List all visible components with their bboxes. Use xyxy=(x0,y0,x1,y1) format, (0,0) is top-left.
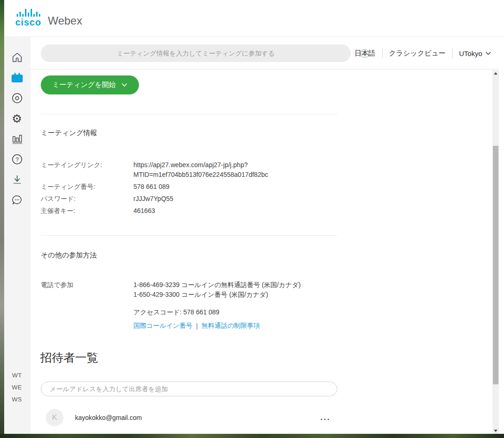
sidebar: ⚙ ? xyxy=(4,37,30,434)
bar-chart-icon xyxy=(11,133,23,145)
sidebar-item-insights[interactable] xyxy=(7,129,27,149)
host-key-label: 主催者キー: xyxy=(41,206,133,216)
classic-view-link[interactable]: クラシックビュー xyxy=(389,49,446,58)
webex-logo: cisco Webex xyxy=(15,7,82,27)
main-area: i 日本語 クラシックビュー UTokyo ミーティングを開始 ミーティング情報… xyxy=(30,37,498,434)
chevron-down-icon xyxy=(485,51,491,55)
invitee-email: kayokokko@gmail.com xyxy=(75,414,142,421)
meeting-link-label: ミーテイングリンク: xyxy=(41,160,133,180)
join-meeting-search-input[interactable] xyxy=(41,44,351,62)
password-value: rJJJw7YpQ55 xyxy=(133,194,268,204)
download-icon xyxy=(11,174,23,186)
topbar: i 日本語 クラシックビュー UTokyo xyxy=(30,37,498,69)
sidebar-item-feedback[interactable] xyxy=(7,190,27,210)
start-meeting-label: ミーティングを開始 xyxy=(52,81,116,89)
link-separator: | xyxy=(196,322,198,330)
tollfree-restrictions-link[interactable]: 無料通話の制限事項 xyxy=(202,322,260,330)
sidebar-item-downloads[interactable] xyxy=(7,169,27,190)
invitee-list-title: 招待者一覧 xyxy=(40,350,98,365)
invitee-list-item: K kayokokko@gmail.com ... xyxy=(41,407,337,429)
other-methods-title: その他の参加方法 xyxy=(41,251,97,260)
meeting-page-content: ミーティングを開始 ミーティング情報 ミーテイングリンク: https://ap… xyxy=(30,69,498,434)
sidebar-item-meetings[interactable] xyxy=(7,68,27,88)
meeting-info-title: ミーティング情報 xyxy=(41,129,97,138)
section-divider xyxy=(41,235,337,236)
svg-text:?: ? xyxy=(15,156,19,163)
password-label: パスワード: xyxy=(41,194,133,204)
topbar-divider xyxy=(452,48,453,58)
gear-icon: ⚙ xyxy=(12,113,22,125)
sidebar-footer-labels: WT WE WS xyxy=(4,369,30,406)
scrollbar-down-arrow[interactable] xyxy=(492,427,499,434)
add-attendee-input[interactable] xyxy=(41,382,337,396)
join-by-phone-label: 電話で参加 xyxy=(41,280,133,300)
global-callin-link[interactable]: 国際コールイン番号 xyxy=(133,322,192,330)
app-header: cisco Webex xyxy=(0,0,504,37)
host-key-value: 461663 xyxy=(133,206,268,216)
sidebar-item-support[interactable]: ? xyxy=(7,149,27,169)
language-selector[interactable]: 日本語 xyxy=(355,49,376,58)
account-name: UTokyo xyxy=(459,50,482,57)
phone-links: 国際コールイン番号 | 無料通話の制限事項 xyxy=(133,322,260,330)
home-icon xyxy=(11,51,23,63)
sidebar-item-preferences[interactable]: ⚙ xyxy=(7,108,27,129)
scrollbar[interactable] xyxy=(492,70,499,434)
tollfree-number-line: 1-866-469-3239 コールインの無料通話番号 (米国/カナダ) xyxy=(133,280,301,290)
scrollbar-up-arrow[interactable] xyxy=(492,70,499,77)
section-divider xyxy=(41,114,337,114)
sidebar-footer-label-ws[interactable]: WS xyxy=(4,394,30,406)
meeting-info-list: ミーテイングリンク: https://apj27.webex.com/apj27… xyxy=(41,160,268,216)
meeting-link-value: https://apj27.webex.com/apj27-jp/j.php? … xyxy=(133,160,268,180)
sidebar-footer-label-we[interactable]: WE xyxy=(4,382,30,394)
cisco-wordmark: cisco xyxy=(15,18,41,27)
chevron-down-icon xyxy=(121,83,127,87)
chat-icon xyxy=(11,194,23,206)
meeting-number-label: ミーティング番号: xyxy=(41,182,133,192)
scrollbar-thumb[interactable] xyxy=(493,146,498,384)
sidebar-item-recordings[interactable] xyxy=(7,88,27,108)
calendar-icon xyxy=(11,72,24,84)
cisco-logo-icon xyxy=(17,7,40,17)
help-icon: ? xyxy=(11,153,23,165)
topbar-divider xyxy=(382,48,383,58)
start-meeting-button[interactable]: ミーティングを開始 xyxy=(41,75,139,94)
record-icon xyxy=(11,92,23,104)
desktop-background-strip-left xyxy=(0,0,4,438)
account-menu[interactable]: UTokyo xyxy=(459,50,491,57)
more-options-icon[interactable]: ... xyxy=(321,415,331,420)
desktop-background-strip-bottom xyxy=(0,434,504,438)
tollnumber-line: 1-650-429-3300 コールイン番号 (米国/カナダ) xyxy=(133,290,301,300)
invitee-avatar: K xyxy=(46,409,63,426)
join-by-phone: 電話で参加 1-866-469-3239 コールインの無料通話番号 (米国/カナ… xyxy=(41,280,301,300)
meeting-number-value: 578 661 089 xyxy=(133,182,268,192)
sidebar-footer-label-wt[interactable]: WT xyxy=(4,369,30,382)
sidebar-item-home[interactable] xyxy=(7,47,27,68)
webex-wordmark: Webex xyxy=(48,15,82,27)
access-code-line: アクセスコード: 578 661 089 xyxy=(133,308,220,317)
